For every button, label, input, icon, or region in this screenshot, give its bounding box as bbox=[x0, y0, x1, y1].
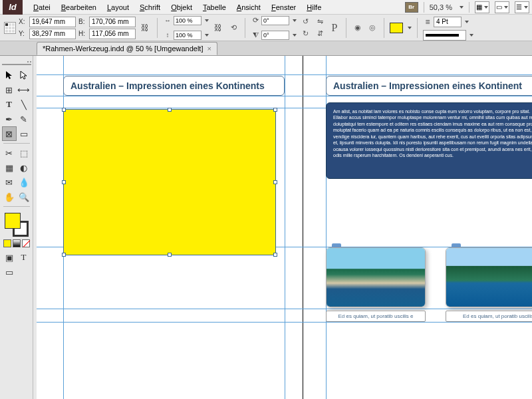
tab-title: *Rahmen-Werkzeug.indd @ 50 % [Umgewandel… bbox=[43, 45, 203, 53]
gradient-feather-tool[interactable]: ◐ bbox=[17, 160, 31, 175]
shear-icon: ⧨ bbox=[251, 29, 260, 42]
free-transform-tool[interactable]: ⬚ bbox=[17, 146, 31, 160]
scale-y-icon: ↕ bbox=[163, 29, 172, 42]
gap-tool[interactable]: ⟷ bbox=[17, 82, 31, 97]
apply-none-icon[interactable] bbox=[22, 239, 30, 247]
h-input[interactable]: 117,056 mm bbox=[89, 29, 136, 39]
y-label: Y: bbox=[19, 30, 28, 37]
resize-handle[interactable] bbox=[168, 253, 172, 257]
gradient-swatch-tool[interactable]: ▦ bbox=[2, 160, 17, 175]
caption-2[interactable]: Ed es quiam, ut poratib uscilis e bbox=[446, 311, 532, 322]
zoom-level[interactable]: 50,3 % bbox=[430, 3, 452, 11]
x-label: X: bbox=[19, 18, 28, 25]
page-tool[interactable]: ⊞ bbox=[2, 82, 17, 97]
resize-handle[interactable] bbox=[62, 108, 66, 112]
pencil-tool[interactable]: ✎ bbox=[17, 112, 31, 126]
y-input[interactable]: 38,297 mm bbox=[29, 29, 76, 39]
guide[interactable] bbox=[37, 322, 532, 323]
screen-mode-icon-tool[interactable]: ▭ bbox=[2, 265, 17, 279]
scale-y-input[interactable]: 100 % bbox=[174, 31, 201, 40]
select-content-icon[interactable]: ◎ bbox=[366, 22, 378, 34]
eyedropper-tool[interactable]: 💧 bbox=[17, 175, 31, 190]
screen-mode-icon[interactable]: ▭ bbox=[495, 1, 509, 13]
document-tab-bar: *Rahmen-Werkzeug.indd @ 50 % [Umgewandel… bbox=[0, 41, 532, 56]
clear-transform-icon[interactable]: ⟲ bbox=[227, 22, 239, 34]
rectangle-frame-tool[interactable]: ⊠ bbox=[2, 126, 17, 141]
document-canvas[interactable]: Australien – Impressionen eines Kontinen… bbox=[37, 56, 532, 399]
apply-gradient-icon[interactable] bbox=[13, 239, 21, 247]
fill-stroke-proxy[interactable] bbox=[5, 213, 29, 237]
resize-handle[interactable] bbox=[62, 180, 66, 184]
w-label: B: bbox=[78, 18, 88, 25]
stroke-weight-icon: ≡ bbox=[423, 15, 432, 29]
menu-datei[interactable]: Datei bbox=[28, 2, 56, 13]
tool-panel: ⊞⟷ T╲ ✒✎ ⊠▭ ✂⬚ ▦◐ ✉💧 ✋🔍 ▣T ▭ bbox=[0, 56, 33, 399]
shear-input[interactable]: 0° bbox=[261, 31, 289, 40]
view-mode-preview[interactable]: T bbox=[17, 250, 31, 265]
constrain-scale-icon[interactable]: ⛓ bbox=[211, 21, 225, 35]
guide[interactable] bbox=[37, 309, 532, 309]
hand-tool[interactable]: ✋ bbox=[2, 190, 17, 204]
type-tool[interactable]: T bbox=[2, 97, 17, 112]
menu-ansicht[interactable]: Ansicht bbox=[231, 2, 266, 13]
caption-1[interactable]: Ed es quiam, ut poratib uscilis e bbox=[326, 311, 426, 322]
apply-color-icon[interactable] bbox=[3, 239, 11, 247]
image-frame-2[interactable] bbox=[446, 247, 532, 307]
menu-fenster[interactable]: Fenster bbox=[266, 2, 301, 13]
menu-tabelle[interactable]: Tabelle bbox=[198, 2, 231, 13]
title-frame-right[interactable]: Australien – Impressionen eines Kontinen… bbox=[326, 76, 532, 96]
reference-point[interactable] bbox=[4, 22, 16, 34]
selected-rectangle-frame[interactable] bbox=[63, 109, 276, 255]
rotate-cw-icon[interactable]: ↻ bbox=[299, 28, 311, 40]
fill-color-proxy[interactable] bbox=[5, 213, 21, 229]
resize-handle[interactable] bbox=[273, 253, 277, 257]
h-label: H: bbox=[78, 30, 88, 37]
body-text-frame[interactable]: Am alist, as nobitat lam volores es nobi… bbox=[326, 102, 532, 179]
guide[interactable] bbox=[37, 96, 532, 96]
rotate-icon: ⟳ bbox=[251, 14, 260, 27]
menu-layout[interactable]: Layout bbox=[102, 2, 134, 13]
control-panel: X:19,647 mm Y:38,297 mm B:170,706 mm H:1… bbox=[0, 15, 532, 41]
stroke-style-select[interactable] bbox=[423, 30, 466, 41]
zoom-tool[interactable]: 🔍 bbox=[17, 190, 31, 204]
rotate-input[interactable]: 0° bbox=[261, 16, 289, 25]
resize-handle[interactable] bbox=[273, 180, 277, 184]
rectangle-tool[interactable]: ▭ bbox=[17, 126, 31, 141]
menu-bearbeiten[interactable]: Bearbeiten bbox=[56, 2, 102, 13]
select-container-icon[interactable]: ◉ bbox=[352, 22, 364, 34]
pen-tool[interactable]: ✒ bbox=[2, 112, 17, 126]
view-mode-normal[interactable]: ▣ bbox=[2, 250, 17, 265]
note-tool[interactable]: ✉ bbox=[2, 175, 17, 190]
menu-bar: Id Datei Bearbeiten Layout Schrift Objek… bbox=[0, 0, 532, 15]
direct-selection-tool[interactable] bbox=[17, 68, 31, 82]
menu-hilfe[interactable]: Hilfe bbox=[301, 2, 327, 13]
tab-close-icon[interactable]: × bbox=[207, 45, 211, 53]
resize-handle[interactable] bbox=[273, 108, 277, 112]
p-icon[interactable]: P bbox=[329, 22, 340, 34]
document-tab[interactable]: *Rahmen-Werkzeug.indd @ 50 % [Umgewandel… bbox=[37, 42, 217, 55]
resize-handle[interactable] bbox=[62, 253, 66, 257]
scale-x-input[interactable]: 100 % bbox=[174, 16, 201, 25]
rotate-ccw-icon[interactable]: ↺ bbox=[299, 16, 311, 28]
guide[interactable] bbox=[37, 74, 532, 75]
resize-handle[interactable] bbox=[168, 108, 172, 112]
arrange-icon[interactable]: ☰ bbox=[515, 1, 529, 13]
stroke-weight-input[interactable]: 4 Pt bbox=[434, 17, 462, 27]
app-logo: Id bbox=[3, 0, 23, 15]
bridge-icon[interactable]: Br bbox=[405, 2, 418, 13]
menu-schrift[interactable]: Schrift bbox=[134, 2, 166, 13]
scale-x-icon: ↔ bbox=[163, 14, 172, 27]
w-input[interactable]: 170,706 mm bbox=[89, 17, 136, 27]
title-frame-left[interactable]: Australien – Impressionen eines Kontinen… bbox=[63, 76, 285, 96]
flip-v-icon[interactable]: ⇵ bbox=[314, 28, 326, 40]
view-options-icon[interactable]: ▦ bbox=[475, 1, 489, 13]
constrain-wh-icon[interactable]: ⛓ bbox=[138, 21, 152, 35]
selection-tool[interactable] bbox=[2, 68, 17, 82]
menu-objekt[interactable]: Objekt bbox=[166, 2, 198, 13]
line-tool[interactable]: ╲ bbox=[17, 97, 31, 112]
flip-h-icon[interactable]: ⇋ bbox=[314, 16, 326, 28]
image-frame-1[interactable] bbox=[326, 247, 426, 307]
fill-swatch[interactable] bbox=[390, 23, 403, 33]
x-input[interactable]: 19,647 mm bbox=[29, 17, 76, 27]
scissors-tool[interactable]: ✂ bbox=[2, 146, 17, 160]
